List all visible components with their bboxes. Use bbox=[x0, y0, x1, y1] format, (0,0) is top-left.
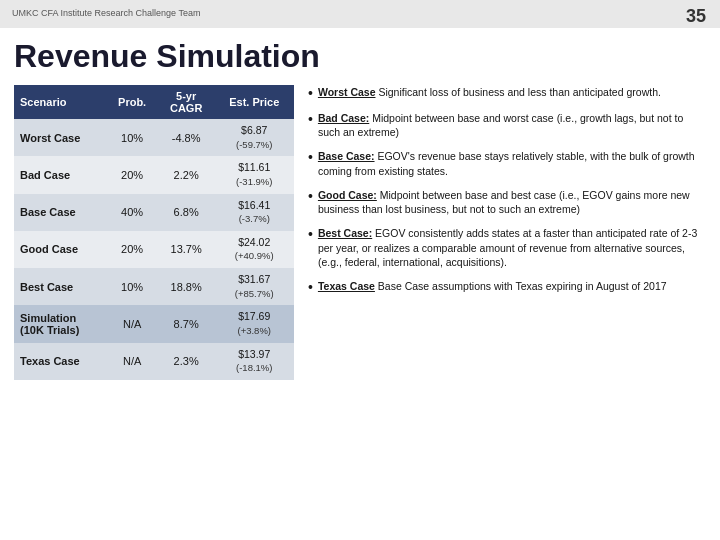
table-cell-price: $16.41(-3.7%) bbox=[215, 194, 294, 231]
table-cell-prob: 40% bbox=[106, 194, 157, 231]
bullet-text: Base Case: EGOV's revenue base stays rel… bbox=[318, 149, 706, 178]
table-cell-cagr: -4.8% bbox=[158, 119, 215, 156]
bullet-dot: • bbox=[308, 279, 313, 296]
table-section: Scenario Prob. 5-yrCAGR Est. Price Worst… bbox=[14, 85, 294, 525]
table-cell-cagr: 8.7% bbox=[158, 305, 215, 342]
table-cell-scenario: Worst Case bbox=[14, 119, 106, 156]
bullet-dot: • bbox=[308, 226, 313, 243]
table-cell-prob: 10% bbox=[106, 119, 157, 156]
table-cell-prob: 10% bbox=[106, 268, 157, 305]
main-content: Revenue Simulation Scenario Prob. 5-yrCA… bbox=[0, 28, 720, 540]
bullet-item: •Best Case: EGOV consistently adds state… bbox=[308, 226, 706, 270]
bullet-dot: • bbox=[308, 85, 313, 102]
table-cell-prob: 20% bbox=[106, 156, 157, 193]
simulation-table: Scenario Prob. 5-yrCAGR Est. Price Worst… bbox=[14, 85, 294, 380]
bullet-item: •Texas Case Base Case assumptions with T… bbox=[308, 279, 706, 296]
bullets-section: •Worst Case Significant loss of business… bbox=[308, 85, 706, 525]
table-cell-cagr: 2.3% bbox=[158, 343, 215, 380]
bullet-dot: • bbox=[308, 149, 313, 166]
table-cell-prob: 20% bbox=[106, 231, 157, 268]
table-cell-scenario: Texas Case bbox=[14, 343, 106, 380]
content-area: Scenario Prob. 5-yrCAGR Est. Price Worst… bbox=[14, 85, 706, 525]
table-cell-scenario: Base Case bbox=[14, 194, 106, 231]
table-cell-price: $6.87(-59.7%) bbox=[215, 119, 294, 156]
bullet-text: Good Case: Midpoint between base and bes… bbox=[318, 188, 706, 217]
page-number: 35 bbox=[686, 6, 706, 27]
table-cell-scenario: Simulation(10K Trials) bbox=[14, 305, 106, 342]
table-cell-cagr: 13.7% bbox=[158, 231, 215, 268]
bullet-dot: • bbox=[308, 111, 313, 128]
table-cell-price: $24.02(+40.9%) bbox=[215, 231, 294, 268]
bullet-text: Bad Case: Midpoint between base and wors… bbox=[318, 111, 706, 140]
table-cell-scenario: Bad Case bbox=[14, 156, 106, 193]
table-cell-cagr: 6.8% bbox=[158, 194, 215, 231]
bullet-dot: • bbox=[308, 188, 313, 205]
bullet-text: Best Case: EGOV consistently adds states… bbox=[318, 226, 706, 270]
table-cell-price: $11.61(-31.9%) bbox=[215, 156, 294, 193]
table-cell-scenario: Best Case bbox=[14, 268, 106, 305]
table-cell-prob: N/A bbox=[106, 305, 157, 342]
bullet-text: Texas Case Base Case assumptions with Te… bbox=[318, 279, 706, 294]
top-bar: UMKC CFA Institute Research Challenge Te… bbox=[0, 0, 720, 28]
page-title: Revenue Simulation bbox=[14, 38, 706, 75]
table-cell-cagr: 2.2% bbox=[158, 156, 215, 193]
table-cell-price: $31.67(+85.7%) bbox=[215, 268, 294, 305]
org-label: UMKC CFA Institute Research Challenge Te… bbox=[12, 8, 200, 18]
bullet-item: •Worst Case Significant loss of business… bbox=[308, 85, 706, 102]
table-cell-prob: N/A bbox=[106, 343, 157, 380]
bullet-text: Worst Case Significant loss of business … bbox=[318, 85, 706, 100]
col-prob: Prob. bbox=[106, 85, 157, 119]
bullet-item: •Base Case: EGOV's revenue base stays re… bbox=[308, 149, 706, 178]
col-cagr: 5-yrCAGR bbox=[158, 85, 215, 119]
table-cell-price: $13.97(-18.1%) bbox=[215, 343, 294, 380]
table-cell-cagr: 18.8% bbox=[158, 268, 215, 305]
col-scenario: Scenario bbox=[14, 85, 106, 119]
table-cell-price: $17.69(+3.8%) bbox=[215, 305, 294, 342]
bullet-item: •Bad Case: Midpoint between base and wor… bbox=[308, 111, 706, 140]
table-cell-scenario: Good Case bbox=[14, 231, 106, 268]
col-price: Est. Price bbox=[215, 85, 294, 119]
bullet-item: •Good Case: Midpoint between base and be… bbox=[308, 188, 706, 217]
